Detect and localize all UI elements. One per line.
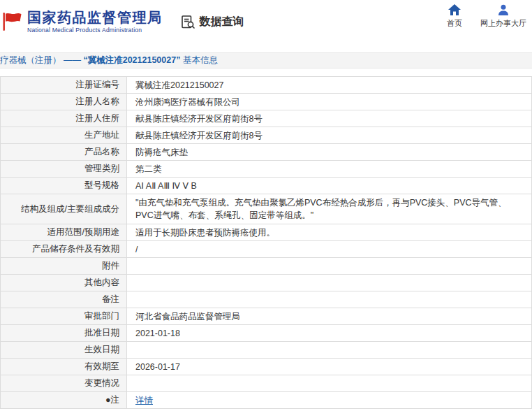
table-row: ●注详情 [1, 392, 532, 409]
row-label: 结构及组成/主要组成成分 [1, 194, 127, 224]
nav-home[interactable]: 首页 [447, 4, 462, 29]
table-row: 型号规格AⅠ AⅡ AⅢ Ⅳ Ⅴ B [1, 178, 532, 194]
table-row: 生产地址献县陈庄镇经济开发区府前街8号 [1, 127, 532, 144]
table-row: 附件 [1, 258, 532, 275]
row-value: 2026-01-17 [127, 359, 532, 375]
row-label: 批准日期 [1, 325, 127, 342]
data-query-label: 数据查询 [200, 15, 244, 29]
row-label: 产品名称 [1, 144, 127, 161]
site-title: 国家药品监督管理局 [27, 10, 163, 25]
breadcrumb: 疗器械（注册） —— “冀械注准20212150027” 基本信息 [0, 52, 532, 68]
breadcrumb-suffix: 基本信息 [180, 55, 217, 66]
info-table: 注册证编号冀械注准20212150027注册人名称沧州康鸿医疗器械有限公司注册人… [0, 76, 532, 409]
row-label: 生产地址 [1, 127, 127, 144]
row-label: 备注 [1, 291, 127, 308]
row-value: 河北省食品药品监督管理局 [127, 308, 532, 325]
table-row: 注册证编号冀械注准20212150027 [1, 77, 532, 94]
site-subtitle: National Medical Products Administration [27, 27, 163, 34]
row-value: 沧州康鸿医疗器械有限公司 [127, 94, 532, 110]
row-value: 献县陈庄镇经济开发区府前街8号 [127, 110, 532, 127]
table-row: 适用范围/预期用途适用于长期卧床患者预防褥疮使用。 [1, 224, 532, 241]
row-label: 注册人名称 [1, 94, 127, 110]
row-value: / [127, 241, 532, 258]
row-label: 管理类别 [1, 161, 127, 178]
row-label: 注册人住所 [1, 110, 127, 127]
row-value: 适用于长期卧床患者预防褥疮使用。 [127, 224, 532, 241]
nav-service-hall-label: 网上办事大厅 [480, 18, 526, 29]
table-row: 注册人住所献县陈庄镇经济开发区府前街8号 [1, 110, 532, 127]
row-value: 冀械注准20212150027 [127, 77, 532, 94]
breadcrumb-number: “冀械注准20212150027” [83, 55, 180, 66]
row-label: 注册证编号 [1, 77, 127, 94]
header: 国家药品监督管理局 National Medical Products Admi… [0, 0, 532, 43]
row-label: 型号规格 [1, 178, 127, 194]
table-row: 管理类别第二类 [1, 161, 532, 178]
info-table-body: 注册证编号冀械注准20212150027注册人名称沧州康鸿医疗器械有限公司注册人… [1, 77, 532, 409]
row-value [127, 291, 532, 308]
row-label: 生效日期 [1, 342, 127, 359]
row-value: 第二类 [127, 161, 532, 178]
table-row: 产品名称防褥疮气床垫 [1, 144, 532, 161]
row-label: 审批部门 [1, 308, 127, 325]
table-row: 产品储存条件及有效期/ [1, 241, 532, 258]
row-label: 附件 [1, 258, 127, 275]
row-label: 变更情况 [1, 375, 127, 392]
data-query-icon [181, 15, 195, 29]
table-row: 批准日期2021-01-18 [1, 325, 532, 342]
top-nav: 首页 网上办事大厅 [447, 4, 526, 29]
breadcrumb-prefix: 疗器械（注册） —— [0, 55, 83, 66]
row-value: AⅠ AⅡ AⅢ Ⅳ Ⅴ B [127, 178, 532, 194]
row-value: 详情 [127, 392, 532, 409]
table-row: 其他内容 [1, 275, 532, 291]
table-row: 生效日期 [1, 342, 532, 359]
row-value: 献县陈庄镇经济开发区府前街8号 [127, 127, 532, 144]
row-label: 适用范围/预期用途 [1, 224, 127, 241]
user-icon [498, 4, 509, 15]
table-row: 有效期至2026-01-17 [1, 359, 532, 375]
row-label: 产品储存条件及有效期 [1, 241, 127, 258]
table-row: 审批部门河北省食品药品监督管理局 [1, 308, 532, 325]
row-value [127, 375, 532, 392]
row-value: 防褥疮气床垫 [127, 144, 532, 161]
nav-home-label: 首页 [447, 18, 462, 29]
row-label: 其他内容 [1, 275, 127, 291]
row-value [127, 342, 532, 359]
nav-service-hall[interactable]: 网上办事大厅 [480, 4, 526, 29]
nmpa-logo: 国家药品监督管理局 National Medical Products Admi… [1, 10, 163, 34]
row-value [127, 275, 532, 291]
table-row: 结构及组成/主要组成成分"由充气垫和充气泵组成。充气垫由聚氯乙烯PVC布经热合成… [1, 194, 532, 224]
logo-text: 国家药品监督管理局 National Medical Products Admi… [27, 10, 163, 34]
table-row: 备注 [1, 291, 532, 308]
home-icon [448, 4, 461, 15]
row-label: ●注 [1, 392, 127, 409]
row-value: 2021-01-18 [127, 325, 532, 342]
table-row: 变更情况 [1, 375, 532, 392]
row-value [127, 258, 532, 275]
detail-link[interactable]: 详情 [135, 396, 153, 405]
table-row: 注册人名称沧州康鸿医疗器械有限公司 [1, 94, 532, 110]
row-label: 有效期至 [1, 359, 127, 375]
data-query-heading: 数据查询 [181, 15, 244, 29]
row-value: "由充气垫和充气泵组成。充气垫由聚氯乙烯PVC布经热合成形后，再与PVC接头、P… [127, 194, 532, 224]
flag-icon [1, 11, 22, 32]
